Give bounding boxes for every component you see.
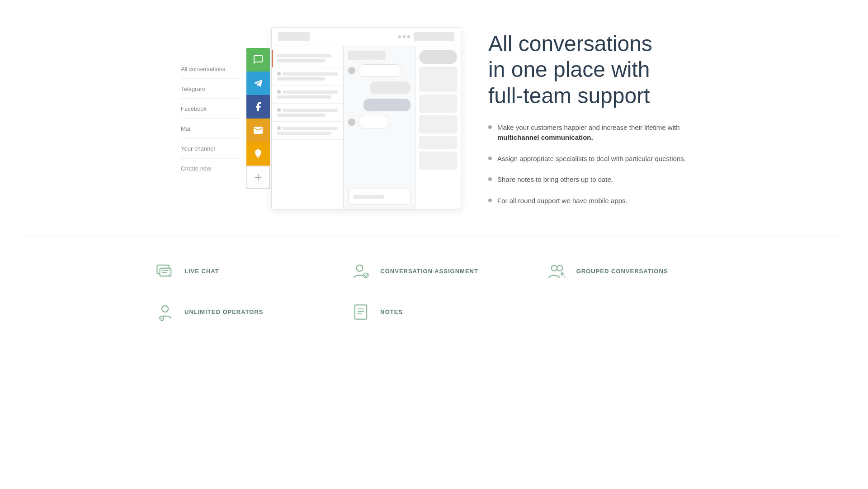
conv-item-5[interactable] bbox=[272, 122, 343, 140]
info-block-4 bbox=[419, 115, 457, 133]
conv-line bbox=[283, 72, 338, 76]
info-block-2 bbox=[419, 67, 457, 92]
conv-item-2[interactable] bbox=[272, 67, 343, 85]
msg-avatar bbox=[348, 67, 355, 74]
svg-point-14 bbox=[161, 318, 163, 319]
mockup-tab bbox=[278, 32, 310, 41]
info-block-5 bbox=[419, 136, 457, 149]
live-chat-label: LIVE CHAT bbox=[184, 268, 219, 275]
channel-label-telegram: Telegram bbox=[181, 79, 240, 99]
conv-line bbox=[277, 114, 326, 117]
conv-line bbox=[283, 109, 338, 112]
channel-label-your-channel: Your channel bbox=[181, 138, 240, 158]
conv-title bbox=[348, 51, 386, 60]
conv-line bbox=[283, 90, 338, 94]
mockup-header bbox=[272, 28, 461, 46]
channel-icons-column bbox=[246, 48, 270, 189]
conv-line bbox=[277, 132, 331, 135]
reply-input[interactable] bbox=[348, 189, 410, 204]
info-block-6 bbox=[419, 152, 457, 170]
text-content: All conversations in one place with full… bbox=[488, 31, 687, 206]
feature-notes: Share notes to bring others up to date. bbox=[488, 175, 687, 185]
svg-rect-15 bbox=[355, 305, 367, 319]
channel-label-all: All conversations bbox=[181, 59, 240, 79]
channel-icon-idea[interactable] bbox=[246, 142, 270, 166]
notes-icon bbox=[349, 300, 372, 323]
conv-dot bbox=[277, 126, 281, 130]
bottom-features: LIVE CHAT CONVERSATION ASSIGNMENT bbox=[118, 237, 750, 341]
bullet-dot-1 bbox=[488, 125, 492, 129]
illustration-wrapper: All conversations Telegram Facebook Mail… bbox=[181, 27, 452, 209]
channel-label-mail: Mail bbox=[181, 119, 240, 138]
feature-text-3: Share notes to bring others up to date. bbox=[497, 175, 613, 185]
feature-mobile: For all round support we have mobile app… bbox=[488, 196, 687, 206]
feature-text-2: Assign appropriate specialists to deal w… bbox=[497, 154, 686, 164]
feature-card-operators: UNLIMITED OPERATORS bbox=[154, 300, 322, 323]
mockup-dot-1 bbox=[398, 35, 401, 38]
svg-point-7 bbox=[557, 266, 562, 271]
msg-bubble-left-1 bbox=[358, 64, 401, 77]
svg-point-10 bbox=[162, 306, 168, 312]
msg-row-1 bbox=[348, 64, 410, 77]
conv-item-4[interactable] bbox=[272, 104, 343, 122]
feature-card-assignment: CONVERSATION ASSIGNMENT bbox=[349, 260, 518, 282]
msg-bubble-right-2 bbox=[363, 99, 410, 111]
heading-line2: in one place with bbox=[488, 57, 650, 81]
feature-card-live-chat: LIVE CHAT bbox=[154, 260, 322, 282]
operators-label: UNLIMITED OPERATORS bbox=[184, 309, 264, 315]
heading-line1: All conversations bbox=[488, 32, 652, 56]
channel-icon-mail[interactable] bbox=[246, 119, 270, 142]
operators-icon bbox=[154, 300, 176, 323]
conv-dot bbox=[277, 90, 281, 94]
bullet-dot-2 bbox=[488, 157, 492, 160]
conv-line bbox=[277, 54, 331, 57]
bullet-dot-3 bbox=[488, 177, 492, 181]
conv-dot bbox=[277, 72, 281, 76]
svg-point-6 bbox=[551, 266, 557, 271]
channel-icon-chat[interactable] bbox=[246, 48, 270, 71]
conv-line bbox=[277, 95, 331, 99]
mockup-dot-3 bbox=[407, 35, 410, 38]
conv-line bbox=[277, 59, 326, 62]
conversation-main bbox=[344, 46, 415, 209]
conv-indicator bbox=[277, 72, 338, 76]
info-block-1 bbox=[419, 50, 457, 64]
mockup-body bbox=[272, 46, 461, 209]
live-chat-icon bbox=[154, 260, 176, 282]
conv-line bbox=[277, 77, 326, 81]
msg-bubble-left-2 bbox=[358, 116, 389, 128]
svg-point-4 bbox=[357, 265, 363, 271]
channel-label-facebook: Facebook bbox=[181, 99, 240, 119]
channel-label-create-new: Create new bbox=[181, 158, 240, 178]
conv-line bbox=[283, 127, 338, 130]
main-heading: All conversations in one place with full… bbox=[488, 31, 687, 109]
msg-row-2 bbox=[348, 116, 410, 128]
feature-card-grouped: GROUPED CONVERSATIONS bbox=[546, 260, 714, 282]
features-list: Make your customers happier and increase… bbox=[488, 123, 687, 206]
mockup-header-bar bbox=[414, 32, 454, 41]
conv-item-3[interactable] bbox=[272, 85, 343, 104]
input-placeholder bbox=[353, 195, 384, 199]
conv-indicator bbox=[277, 108, 338, 112]
main-section: All conversations Telegram Facebook Mail… bbox=[118, 0, 750, 237]
svg-point-5 bbox=[363, 273, 368, 278]
conversation-list bbox=[272, 46, 344, 209]
conversation-info bbox=[415, 46, 461, 209]
info-block-3 bbox=[419, 95, 457, 113]
channel-icon-telegram[interactable] bbox=[246, 71, 270, 95]
app-mockup bbox=[271, 27, 461, 209]
heading-line3: full-team support bbox=[488, 84, 650, 108]
feature-text-4: For all round support we have mobile app… bbox=[497, 196, 627, 206]
feature-text-1: Make your customers happier and increase… bbox=[497, 123, 687, 143]
conv-indicator bbox=[277, 90, 338, 94]
grouped-label: GROUPED CONVERSATIONS bbox=[576, 268, 668, 275]
mockup-dot-2 bbox=[403, 35, 406, 38]
conv-item-1[interactable] bbox=[272, 50, 343, 67]
assignment-label: CONVERSATION ASSIGNMENT bbox=[380, 268, 478, 275]
conv-indicator bbox=[277, 126, 338, 130]
feature-assign: Assign appropriate specialists to deal w… bbox=[488, 154, 687, 164]
notes-label: NOTES bbox=[380, 309, 403, 315]
channel-labels: All conversations Telegram Facebook Mail… bbox=[181, 59, 240, 178]
channel-icon-add[interactable] bbox=[246, 166, 270, 189]
channel-icon-facebook[interactable] bbox=[246, 95, 270, 119]
